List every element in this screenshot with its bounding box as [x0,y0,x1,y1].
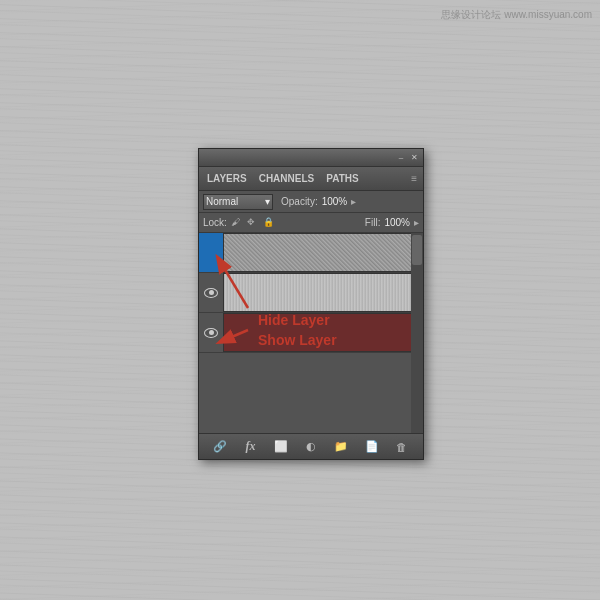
fill-value[interactable]: 100% [384,217,410,228]
link-button[interactable]: 🔗 [211,438,229,456]
layer-thumb-grain [223,233,423,272]
layer-row-background[interactable]: Background 🔒 [199,313,423,353]
layer-thumb-background [223,313,423,352]
fx-button[interactable]: fx [241,438,259,456]
layer-row-grain[interactable]: Grain [199,233,423,273]
panel-titlebar: – ✕ [199,149,423,167]
opacity-arrow[interactable]: ▸ [351,196,356,207]
layer-row-specularity[interactable]: Specularity [199,273,423,313]
blend-mode-arrow: ▾ [265,196,270,207]
delete-button[interactable]: 🗑 [393,438,411,456]
lock-padlock-icon[interactable]: 🔒 [263,217,275,229]
panel-toolbar: 🔗 fx ⬜ ◐ 📁 📄 🗑 [199,433,423,459]
opacity-value[interactable]: 100% [322,196,348,207]
layers-panel: – ✕ LAYERS CHANNELS PATHS ≡ Normal ▾ Opa… [198,148,424,460]
lock-label: Lock: [203,217,227,228]
eye-inner-background [209,330,214,335]
folder-button[interactable]: 📁 [332,438,350,456]
fill-label: Fill: [365,217,381,228]
eye-icon-specularity [204,288,218,298]
panel-tabs: LAYERS CHANNELS PATHS ≡ [199,167,423,191]
tab-paths[interactable]: PATHS [320,167,364,190]
tab-channels[interactable]: CHANNELS [253,167,321,190]
lock-move-icon[interactable]: ✥ [247,217,259,229]
panel-menu-icon[interactable]: ≡ [411,173,421,184]
layer-thumb-specularity [223,273,423,312]
lock-row: Lock: 🖌 ✥ 🔒 Fill: 100% ▸ [199,213,423,233]
watermark: 思缘设计论坛 www.missyuan.com [441,8,592,22]
eye-inner-specularity [209,290,214,295]
titlebar-icons: – ✕ [396,153,419,163]
opacity-label: Opacity: [281,196,318,207]
adjustment-button[interactable]: ◐ [302,438,320,456]
layers-area: Grain Specularity Background 🔒 [199,233,423,433]
mask-button[interactable]: ⬜ [272,438,290,456]
blend-mode-value: Normal [206,196,238,207]
visibility-specularity[interactable] [203,285,219,301]
scrollbar-thumb[interactable] [412,235,422,265]
layers-scrollbar[interactable] [411,233,423,433]
lock-paintbrush-icon[interactable]: 🖌 [231,217,243,229]
visibility-background[interactable] [203,325,219,341]
tab-layers[interactable]: LAYERS [201,167,253,190]
visibility-grain[interactable] [203,245,219,261]
eye-icon-background [204,328,218,338]
fill-arrow[interactable]: ▸ [414,217,419,228]
blend-mode-row: Normal ▾ Opacity: 100% ▸ [199,191,423,213]
new-layer-button[interactable]: 📄 [363,438,381,456]
minimize-icon[interactable]: – [396,153,406,163]
blend-mode-select[interactable]: Normal ▾ [203,194,273,210]
close-icon[interactable]: ✕ [409,153,419,163]
layers-empty-space [199,353,423,433]
